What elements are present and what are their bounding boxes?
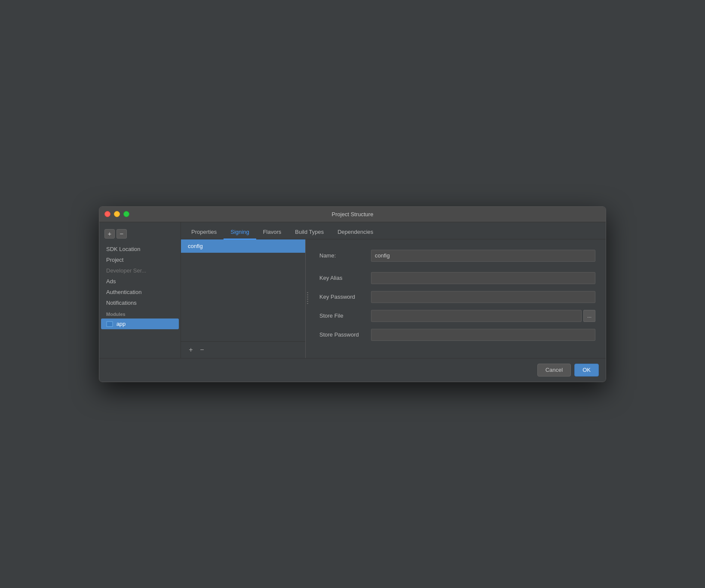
maximize-button[interactable] [123,211,129,217]
dialog-footer: Cancel OK [99,358,606,382]
close-button[interactable] [104,211,110,217]
divider-handle[interactable] [306,239,309,358]
browse-button[interactable]: ... [583,310,595,322]
name-row: Name: [319,250,595,262]
sidebar-add-button[interactable]: + [104,229,115,239]
config-add-button[interactable]: + [186,345,196,355]
panel-split: config + − [181,239,606,358]
main-content: + − SDK Location Project Developer Ser..… [99,222,606,382]
module-folder-icon [106,321,113,327]
store-file-row: Store File ... [319,310,595,322]
key-alias-label: Key Alias [319,275,371,281]
tab-bar: Properties Signing Flavors Build Types D… [181,222,606,239]
key-alias-input[interactable] [371,272,595,284]
window-title: Project Structure [332,211,374,217]
config-list: config + − [181,239,306,358]
window-controls [104,211,129,217]
store-password-row: Store Password [319,329,595,341]
key-password-input[interactable] [371,291,595,303]
tab-dependencies[interactable]: Dependencies [331,225,380,239]
divider-dots-icon [307,292,308,305]
store-file-label: Store File [319,312,371,319]
minimize-button[interactable] [114,211,120,217]
modules-header: Modules [99,308,181,318]
sidebar-item-ads[interactable]: Ads [99,276,181,287]
key-password-row: Key Password [319,291,595,303]
name-label: Name: [319,252,371,259]
name-input[interactable] [371,250,595,262]
config-list-items: config [181,239,305,341]
sidebar-item-notifications[interactable]: Notifications [99,297,181,308]
key-password-label: Key Password [319,294,371,300]
sidebar-toolbar: + − [99,226,181,244]
store-password-label: Store Password [319,331,371,338]
form-area: Name: Key Alias Key Password [309,239,606,358]
store-password-input[interactable] [371,329,595,341]
config-list-toolbar: + − [181,341,305,358]
config-remove-button[interactable]: − [197,345,207,355]
tab-properties[interactable]: Properties [184,225,224,239]
sidebar-remove-button[interactable]: − [116,229,127,239]
sidebar-item-app[interactable]: app [101,318,179,330]
sidebar-item-developer-services: Developer Ser... [99,265,181,276]
store-file-input[interactable] [371,310,582,322]
project-structure-window: Project Structure + − SDK Location Proje… [99,206,606,382]
titlebar: Project Structure [99,207,606,222]
cancel-button[interactable]: Cancel [537,364,571,377]
ok-button[interactable]: OK [574,364,599,377]
key-alias-row: Key Alias [319,272,595,284]
right-panel: Properties Signing Flavors Build Types D… [181,222,606,358]
config-item-config[interactable]: config [181,239,305,253]
sidebar-item-sdk-location[interactable]: SDK Location [99,244,181,254]
sidebar: + − SDK Location Project Developer Ser..… [99,222,181,358]
main-area: + − SDK Location Project Developer Ser..… [99,222,606,358]
sidebar-item-project[interactable]: Project [99,254,181,265]
tab-signing[interactable]: Signing [224,225,256,239]
tab-flavors[interactable]: Flavors [256,225,288,239]
store-file-group: ... [371,310,595,322]
sidebar-item-authentication[interactable]: Authentication [99,287,181,297]
tab-build-types[interactable]: Build Types [288,225,331,239]
